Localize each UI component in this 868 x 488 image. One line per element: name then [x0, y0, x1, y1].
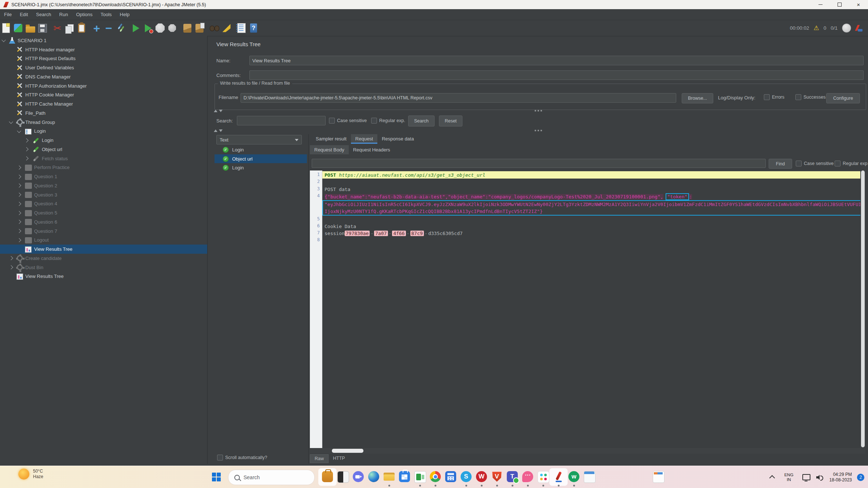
menu-search[interactable]: Search [32, 9, 55, 20]
collapse-down-icon[interactable] [219, 129, 223, 132]
start-no-pauses-button[interactable] [142, 22, 154, 34]
name-input[interactable] [249, 56, 864, 65]
toggle-button[interactable] [115, 22, 127, 34]
function-helper-button[interactable] [235, 22, 248, 34]
start-button[interactable] [212, 473, 221, 481]
save-button[interactable] [36, 22, 48, 34]
taskbar-app-skype[interactable]: S [461, 471, 472, 483]
minimize-button[interactable] [811, 0, 830, 9]
network-icon[interactable] [802, 474, 810, 480]
result-item-login[interactable]: ✓Login [215, 145, 307, 154]
tree-item-question-6[interactable]: Question 6 [0, 217, 207, 227]
taskbar-app-green-doc[interactable] [414, 471, 426, 483]
menu-edit[interactable]: Edit [16, 9, 32, 20]
menu-file[interactable]: File [0, 9, 16, 20]
chevron-right-icon[interactable] [17, 192, 21, 197]
taskbar-app-jmeter[interactable] [553, 471, 565, 483]
tree-item-question-3[interactable]: Question 3 [0, 190, 207, 199]
chevron-right-icon[interactable] [24, 138, 28, 142]
search-button[interactable] [208, 22, 220, 34]
collapse-up-icon[interactable] [214, 129, 217, 132]
tree-item-question-2[interactable]: Question 2 [0, 181, 207, 190]
tree-item-login[interactable]: Login [0, 127, 207, 136]
tab-response-data[interactable]: Response data [377, 134, 418, 143]
chevron-right-icon[interactable] [17, 184, 21, 188]
filename-input[interactable] [241, 93, 676, 103]
tree-item-http-header-manager[interactable]: HTTP Header manager [0, 45, 207, 54]
chevron-down-icon[interactable] [1, 38, 6, 42]
tray-overflow-chevron-icon[interactable] [769, 475, 775, 481]
tree-item-dust-bin[interactable]: Dust Bin [0, 263, 207, 272]
browse-button[interactable]: Browse... [682, 93, 713, 103]
scroll-automatically-checkbox[interactable]: Scroll automatically? [217, 455, 267, 461]
collapse-up-icon[interactable] [214, 110, 217, 112]
taskbar-app-wd-green[interactable]: w [568, 471, 580, 483]
find-regex-checkbox[interactable]: Regular exp [835, 161, 867, 166]
tab-request-body[interactable]: Request Body [310, 145, 349, 154]
cut-button[interactable]: ✂ [51, 22, 63, 34]
taskbar-app-ms-teams[interactable]: T [507, 471, 519, 483]
find-button[interactable]: Find [769, 159, 792, 169]
taskbar-app-calculator[interactable] [445, 471, 457, 483]
splitter-handle[interactable] [207, 128, 868, 133]
chevron-down-icon[interactable] [17, 129, 21, 133]
start-button[interactable] [130, 22, 142, 34]
paste-button[interactable] [76, 22, 88, 34]
menu-help[interactable]: Help [116, 9, 134, 20]
chevron-right-icon[interactable] [17, 229, 21, 233]
tree-item-scenario-1[interactable]: SCENARIO 1 [0, 36, 207, 45]
new-file-button[interactable] [0, 22, 12, 34]
chevron-right-icon[interactable] [9, 256, 13, 260]
chevron-right-icon[interactable] [17, 238, 21, 242]
speaker-icon[interactable] [816, 474, 822, 480]
chevron-right-icon[interactable] [17, 202, 21, 206]
search-regex-checkbox[interactable]: Regular exp. [371, 118, 405, 124]
chevron-right-icon[interactable] [24, 147, 28, 151]
tree-item-http-cache-manager[interactable]: HTTP Cache Manager [0, 99, 207, 109]
tree-item-http-request-defaults[interactable]: HTTP Request Defaults [0, 54, 207, 63]
taskbar-app-brave[interactable]: V [491, 471, 503, 483]
taskbar-app-chrome[interactable] [430, 471, 442, 483]
clear-all-button[interactable] [193, 22, 205, 34]
errors-checkbox[interactable]: Errors [764, 94, 784, 100]
close-button[interactable]: × [849, 0, 868, 9]
tree-item-create-candidate[interactable]: Create candidate [0, 254, 207, 263]
copy-button[interactable] [63, 22, 76, 34]
clear-search-button[interactable] [220, 22, 232, 34]
request-body-editor[interactable]: 12345678 POST https://aiauat.neufast.com… [310, 170, 865, 448]
tab-request-headers[interactable]: Request Headers [349, 145, 395, 154]
editor-vscrollbar[interactable] [860, 170, 865, 448]
tree-item-question-4[interactable]: Question 4 [0, 199, 207, 209]
language-indicator[interactable]: ENG IN [784, 473, 794, 482]
find-input[interactable] [312, 159, 766, 168]
chevron-right-icon[interactable] [24, 156, 28, 160]
taskbar-app-chat[interactable] [522, 471, 534, 483]
chevron-right-icon[interactable] [9, 265, 13, 269]
chevron-right-icon[interactable] [17, 220, 21, 224]
tree-item-perform-practice[interactable]: Perform Practice [0, 163, 207, 172]
collapse-down-icon[interactable] [219, 110, 223, 112]
find-case-checkbox[interactable]: Case sensitive [796, 161, 834, 166]
notification-badge[interactable]: 2 [857, 474, 864, 481]
warning-icon[interactable]: ⚠ [813, 24, 819, 32]
tab-request[interactable]: Request [351, 134, 377, 143]
menu-tools[interactable]: Tools [96, 9, 116, 20]
tree-item-login[interactable]: Login [0, 136, 207, 145]
taskbar-app-slack[interactable] [538, 471, 549, 483]
chevron-right-icon[interactable] [17, 165, 21, 169]
comments-input[interactable] [249, 70, 864, 80]
shutdown-button[interactable] [166, 22, 178, 34]
taskbar-app-contrast[interactable] [337, 471, 349, 483]
configure-button[interactable]: Configure [826, 93, 860, 103]
results-splitter[interactable] [308, 134, 309, 464]
taskbar-app-edge[interactable] [368, 471, 380, 483]
tree-item-http-authorization-manager[interactable]: HTTP Authorization Manager [0, 81, 207, 91]
result-item-login[interactable]: ✓Login [215, 163, 307, 172]
tree-item-fetch-status[interactable]: Fetch status [0, 154, 207, 163]
tree-item-http-cookie-manager[interactable]: HTTP Cookie Manager [0, 91, 207, 100]
search-button[interactable]: Search [408, 115, 435, 126]
editor-hscrollbar[interactable] [310, 448, 865, 454]
chevron-right-icon[interactable] [17, 211, 21, 215]
tree-item-view-results-tree[interactable]: View Results Tree [0, 272, 207, 281]
search-case-checkbox[interactable]: Case sensitive [329, 118, 367, 124]
